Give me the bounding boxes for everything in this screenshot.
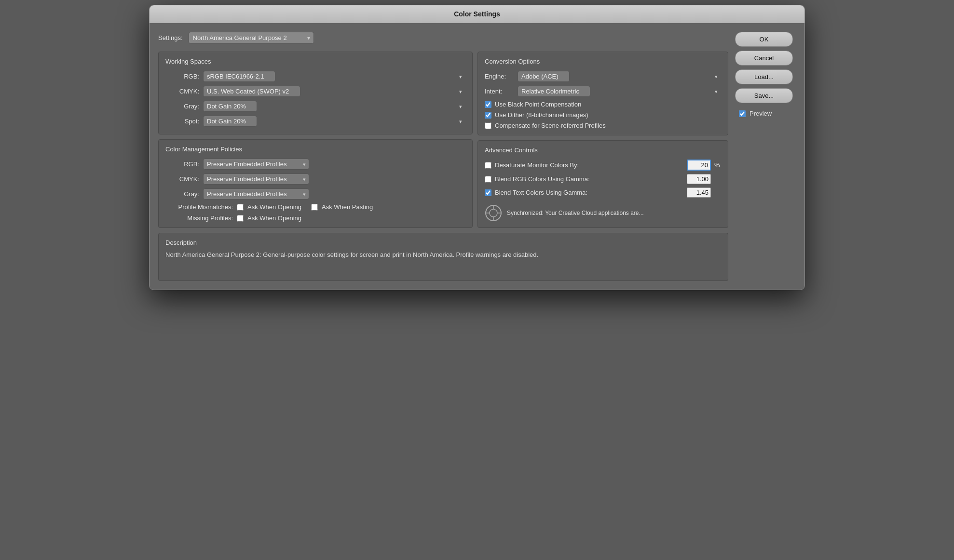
blend-text-row: Blend Text Colors Using Gamma:	[485, 187, 721, 198]
desaturate-row: Desaturate Monitor Colors By: %	[485, 160, 721, 171]
policy-cmyk-row: CMYK: Preserve Embedded Profiles	[165, 173, 465, 185]
policy-gray-label: Gray:	[165, 190, 199, 198]
settings-select[interactable]: North America General Purpose 2	[189, 32, 314, 44]
dialog-body: Settings: North America General Purpose …	[150, 23, 804, 290]
preview-row: Preview	[735, 110, 796, 117]
engine-label: Engine:	[485, 73, 514, 80]
ok-button[interactable]: OK	[735, 32, 793, 47]
compensate-label: Compensate for Scene-referred Profiles	[495, 122, 606, 129]
black-point-row: Use Black Point Compensation	[485, 101, 721, 108]
profile-mismatches-row: Profile Mismatches: Ask When Opening Ask…	[165, 203, 465, 211]
spot-dropdown-wrapper: Dot Gain 20%	[203, 116, 465, 127]
preview-checkbox[interactable]	[739, 110, 746, 117]
blend-rgb-input[interactable]	[687, 174, 711, 184]
spot-label: Spot:	[165, 118, 199, 125]
policy-gray-row: Gray: Preserve Embedded Profiles	[165, 188, 465, 200]
blend-rgb-label: Blend RGB Colors Using Gamma:	[495, 175, 683, 183]
description-panel: Description North America General Purpos…	[158, 233, 728, 281]
color-mgmt-title: Color Management Policies	[165, 146, 465, 153]
cmyk-field-row: CMYK: U.S. Web Coated (SWOP) v2	[165, 86, 465, 97]
blend-rgb-checkbox[interactable]	[485, 176, 491, 183]
profile-mismatches-label: Profile Mismatches:	[165, 203, 233, 211]
policy-gray-select[interactable]: Preserve Embedded Profiles	[203, 188, 309, 200]
dialog-title: Color Settings	[454, 10, 500, 18]
dither-checkbox[interactable]	[485, 112, 491, 119]
cmyk-select[interactable]: U.S. Web Coated (SWOP) v2	[203, 86, 300, 97]
ask-opening-checkbox[interactable]	[237, 204, 244, 211]
rgb-field-row: RGB: sRGB IEC61966-2.1	[165, 71, 465, 82]
dither-label: Use Dither (8-bit/channel images)	[495, 111, 588, 119]
spot-field-row: Spot: Dot Gain 20%	[165, 116, 465, 127]
buttons-panel: OK Cancel Load... Save... Preview	[728, 32, 796, 117]
desaturate-unit: %	[714, 161, 721, 169]
gray-label: Gray:	[165, 103, 199, 110]
settings-label: Settings:	[158, 34, 183, 41]
missing-ask-opening-label: Ask When Opening	[247, 214, 301, 222]
gray-field-row: Gray: Dot Gain 20%	[165, 101, 465, 112]
working-spaces-panel: Working Spaces RGB: sRGB IEC61966-2.1 CM…	[158, 52, 473, 134]
panels-row: Working Spaces RGB: sRGB IEC61966-2.1 CM…	[158, 52, 728, 228]
black-point-label: Use Black Point Compensation	[495, 101, 581, 108]
intent-dropdown-wrapper: Relative Colorimetric	[518, 86, 721, 97]
conversion-options-title: Conversion Options	[485, 58, 721, 65]
engine-select[interactable]: Adobe (ACE)	[518, 71, 570, 82]
missing-profiles-row: Missing Profiles: Ask When Opening	[165, 214, 465, 222]
blend-text-checkbox[interactable]	[485, 189, 491, 196]
policy-gray-wrapper: Preserve Embedded Profiles	[203, 188, 309, 200]
policy-cmyk-label: CMYK:	[165, 175, 199, 183]
load-button[interactable]: Load...	[735, 69, 793, 84]
rgb-dropdown-wrapper: sRGB IEC61966-2.1	[203, 71, 465, 82]
settings-select-wrapper: North America General Purpose 2	[189, 32, 314, 44]
rgb-label: RGB:	[165, 73, 199, 80]
color-settings-dialog: Color Settings Settings: North America G…	[149, 5, 805, 290]
sync-icon	[485, 204, 502, 222]
missing-profiles-label: Missing Profiles:	[165, 214, 233, 222]
gray-dropdown-wrapper: Dot Gain 20%	[203, 101, 465, 112]
black-point-checkbox[interactable]	[485, 101, 491, 108]
right-panels: Conversion Options Engine: Adobe (ACE) I…	[477, 52, 728, 228]
cancel-button[interactable]: Cancel	[735, 51, 793, 66]
spot-select[interactable]: Dot Gain 20%	[203, 116, 257, 127]
main-content: Settings: North America General Purpose …	[158, 32, 728, 281]
sync-row: Synchronized: Your Creative Cloud applic…	[485, 201, 721, 222]
ask-pasting-label: Ask When Pasting	[322, 203, 373, 211]
sync-text: Synchronized: Your Creative Cloud applic…	[507, 210, 644, 216]
desaturate-label: Desaturate Monitor Colors By:	[495, 161, 683, 169]
engine-dropdown-wrapper: Adobe (ACE)	[518, 71, 721, 82]
color-mgmt-panel: Color Management Policies RGB: Preserve …	[158, 139, 473, 228]
engine-row: Engine: Adobe (ACE)	[485, 71, 721, 82]
rgb-select[interactable]: sRGB IEC61966-2.1	[203, 71, 275, 82]
working-spaces-title: Working Spaces	[165, 58, 465, 65]
missing-ask-opening-checkbox[interactable]	[237, 215, 244, 222]
dither-row: Use Dither (8-bit/channel images)	[485, 111, 721, 119]
ask-pasting-checkbox[interactable]	[311, 204, 318, 211]
gray-select[interactable]: Dot Gain 20%	[203, 101, 257, 112]
intent-row: Intent: Relative Colorimetric	[485, 86, 721, 97]
intent-label: Intent:	[485, 88, 514, 95]
preview-label: Preview	[750, 110, 772, 117]
desaturate-input[interactable]	[687, 160, 711, 171]
blend-text-label: Blend Text Colors Using Gamma:	[495, 189, 683, 196]
advanced-controls-panel: Advanced Controls Desaturate Monitor Col…	[477, 140, 728, 228]
policy-rgb-label: RGB:	[165, 160, 199, 168]
policy-cmyk-select[interactable]: Preserve Embedded Profiles	[203, 173, 309, 185]
save-button[interactable]: Save...	[735, 88, 793, 103]
policy-rgb-wrapper: Preserve Embedded Profiles	[203, 159, 309, 170]
cmyk-dropdown-wrapper: U.S. Web Coated (SWOP) v2	[203, 86, 465, 97]
blend-text-input[interactable]	[687, 187, 711, 198]
ask-opening-label: Ask When Opening	[247, 203, 301, 211]
policy-rgb-select[interactable]: Preserve Embedded Profiles	[203, 159, 309, 170]
policy-cmyk-wrapper: Preserve Embedded Profiles	[203, 173, 309, 185]
cmyk-label: CMYK:	[165, 88, 199, 95]
desaturate-checkbox[interactable]	[485, 162, 491, 169]
policy-rgb-row: RGB: Preserve Embedded Profiles	[165, 159, 465, 170]
svg-point-1	[490, 209, 497, 217]
left-panels: Working Spaces RGB: sRGB IEC61966-2.1 CM…	[158, 52, 473, 228]
description-title: Description	[165, 239, 721, 246]
description-text: North America General Purpose 2: General…	[165, 250, 721, 260]
intent-select[interactable]: Relative Colorimetric	[518, 86, 590, 97]
title-bar: Color Settings	[150, 5, 804, 23]
settings-row: Settings: North America General Purpose …	[158, 32, 728, 44]
advanced-controls-title: Advanced Controls	[485, 147, 721, 154]
compensate-checkbox[interactable]	[485, 122, 491, 129]
